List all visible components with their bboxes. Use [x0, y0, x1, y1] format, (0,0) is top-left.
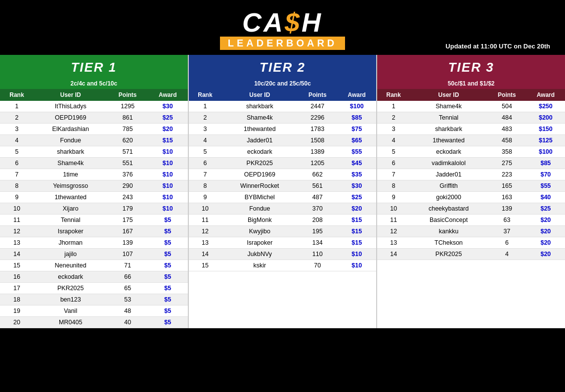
table-row: 7Jadder01223$70 [377, 169, 565, 180]
tier2-table: RankUser IDPointsAward1sharkbark2447$100… [189, 89, 377, 271]
table-row: 41thewanted458$125 [377, 135, 565, 146]
updated-text: Updated at 11:00 UTC on Dec 20th [445, 43, 550, 50]
cell-2-2: 785 [108, 124, 148, 135]
tier3-title: TIER 3 [377, 55, 565, 78]
cell-4-1: eckodark [221, 146, 298, 158]
cell-4-0: 5 [377, 146, 410, 158]
tier-section-tier1: TIER 12c/4c and 5c/10cRankUser IDPointsA… [0, 55, 189, 328]
cell-2-3: $20 [148, 124, 188, 135]
table-row: 14PKR20254$20 [377, 249, 565, 260]
tier2-col-award: Award [337, 89, 376, 101]
cell-4-1: sharkbark [34, 146, 108, 158]
cell-19-0: 20 [0, 317, 34, 328]
table-row: 10Xijaro179$10 [0, 203, 188, 215]
table-row: 5eckodark358$100 [377, 146, 565, 158]
cell-13-2: 107 [108, 249, 148, 260]
cell-0-0: 1 [377, 101, 410, 112]
cell-14-0: 15 [0, 260, 34, 271]
tier3-col-user-id: User ID [410, 89, 487, 101]
cell-15-3: $5 [148, 271, 188, 283]
cell-14-2: 71 [108, 260, 148, 271]
tier3-col-award: Award [526, 89, 565, 101]
cell-4-0: 5 [189, 146, 222, 158]
cell-1-0: 2 [0, 112, 34, 124]
table-row: 11Tennial175$5 [0, 215, 188, 226]
cell-17-2: 53 [108, 294, 148, 305]
cell-10-1: Tennial [34, 215, 108, 226]
table-row: 2Shame4k2296$85 [189, 112, 377, 124]
cell-5-2: 275 [487, 158, 526, 169]
table-row: 2Tennial484$200 [377, 112, 565, 124]
leaderboard-content: TIER 12c/4c and 5c/10cRankUser IDPointsA… [0, 55, 565, 328]
cell-9-1: Fondue [221, 203, 298, 215]
cell-6-0: 7 [189, 169, 222, 180]
table-row: 9goki2000163$40 [377, 192, 565, 203]
cell-11-0: 12 [0, 226, 34, 237]
cell-0-3: $250 [526, 101, 565, 112]
cell-5-0: 6 [189, 158, 222, 169]
cell-7-1: Griffith [410, 180, 487, 192]
cell-3-3: $15 [148, 135, 188, 146]
table-row: 91thewanted243$10 [0, 192, 188, 203]
cell-13-1: PKR2025 [410, 249, 487, 260]
cell-14-1: Neneunited [34, 260, 108, 271]
cell-6-2: 376 [108, 169, 148, 180]
table-row: 5eckodark1389$55 [189, 146, 377, 158]
cell-6-2: 223 [487, 169, 526, 180]
cell-15-0: 16 [0, 271, 34, 283]
table-row: 4Fondue620$15 [0, 135, 188, 146]
cell-5-3: $85 [526, 158, 565, 169]
table-row: 3sharkbark483$150 [377, 124, 565, 135]
cell-16-0: 17 [0, 283, 34, 294]
cell-12-2: 134 [298, 237, 337, 249]
tier2-subtitle: 10c/20c and 25c/50c [189, 78, 377, 89]
cell-3-0: 4 [0, 135, 34, 146]
cell-12-3: $15 [337, 237, 376, 249]
cell-13-1: JukbNVy [221, 249, 298, 260]
cell-19-2: 40 [108, 317, 148, 328]
cell-9-0: 10 [189, 203, 222, 215]
cell-0-1: ItThisLadys [34, 101, 108, 112]
cell-8-0: 9 [377, 192, 410, 203]
table-row: 14jajilo107$5 [0, 249, 188, 260]
cell-2-0: 3 [377, 124, 410, 135]
tier2-col-points: Points [298, 89, 337, 101]
cell-5-0: 6 [0, 158, 34, 169]
cell-11-3: $20 [526, 226, 565, 237]
cell-8-0: 9 [0, 192, 34, 203]
tier1-col-rank: Rank [0, 89, 34, 101]
cell-13-0: 14 [0, 249, 34, 260]
cell-9-3: $20 [337, 203, 376, 215]
table-row: 2OEPD1969861$25 [0, 112, 188, 124]
table-row: 6vadimkalolol275$85 [377, 158, 565, 169]
cell-13-0: 14 [189, 249, 222, 260]
table-row: 9BYBMichel487$25 [189, 192, 377, 203]
cell-8-2: 487 [298, 192, 337, 203]
cell-19-1: MR0405 [34, 317, 108, 328]
cell-2-1: ElKardashian [34, 124, 108, 135]
cell-1-1: Shame4k [221, 112, 298, 124]
cell-1-2: 861 [108, 112, 148, 124]
cell-11-0: 12 [189, 226, 222, 237]
cell-3-3: $65 [337, 135, 376, 146]
cell-7-3: $55 [526, 180, 565, 192]
cell-10-2: 63 [487, 215, 526, 226]
cell-16-1: PKR2025 [34, 283, 108, 294]
cell-4-2: 571 [108, 146, 148, 158]
logo-leaderboard: LEADERBOARD [220, 37, 346, 50]
cell-17-0: 18 [0, 294, 34, 305]
cell-2-2: 1783 [298, 124, 337, 135]
cell-13-3: $20 [526, 249, 565, 260]
cell-18-2: 48 [108, 305, 148, 317]
cell-14-3: $10 [337, 260, 376, 271]
tier1-subtitle: 2c/4c and 5c/10c [0, 78, 188, 89]
cell-5-1: Shame4k [34, 158, 108, 169]
cell-4-3: $10 [148, 146, 188, 158]
cell-8-2: 243 [108, 192, 148, 203]
cell-6-3: $35 [337, 169, 376, 180]
cell-7-1: Yeimsgrosso [34, 180, 108, 192]
cell-4-3: $55 [337, 146, 376, 158]
cell-0-2: 2447 [298, 101, 337, 112]
cell-1-1: Tennial [410, 112, 487, 124]
table-row: 17PKR202565$5 [0, 283, 188, 294]
